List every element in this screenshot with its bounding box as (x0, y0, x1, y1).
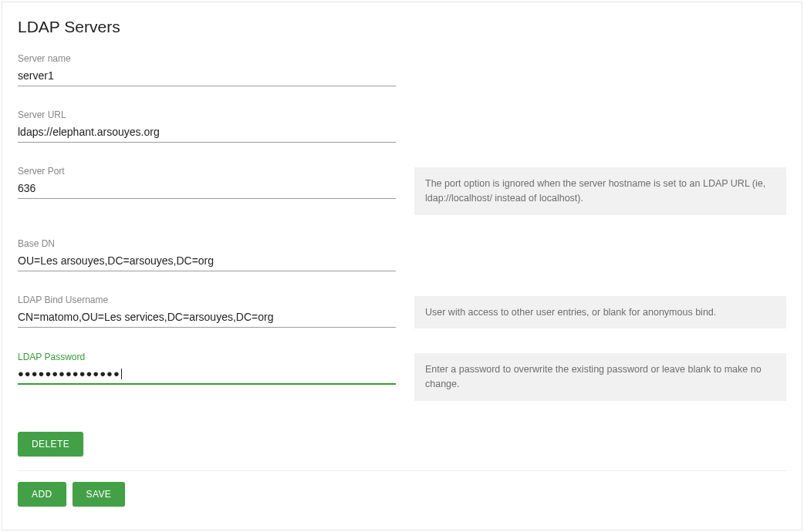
server-name-label: Server name (18, 53, 396, 64)
server-url-label: Server URL (18, 109, 396, 120)
delete-button[interactable]: DELETE (18, 432, 83, 456)
base-dn-label: Base DN (18, 238, 396, 249)
row-base-dn: Base DN (18, 238, 786, 271)
ldap-servers-card: LDAP Servers Server name Server URL Serv… (2, 2, 802, 530)
row-server-name: Server name (18, 53, 786, 86)
text-caret (121, 369, 122, 379)
server-name-input[interactable] (18, 67, 396, 86)
password-value: ●●●●●●●●●●●●●●● (18, 368, 120, 379)
row-password: LDAP Password ●●●●●●●●●●●●●●● Enter a pa… (18, 352, 786, 401)
server-port-input[interactable] (18, 180, 396, 199)
row-bind-username: LDAP Bind Username User with access to o… (18, 295, 786, 329)
bind-username-help: User with access to other user entries, … (414, 296, 786, 329)
row-server-url: Server URL (18, 109, 786, 143)
server-port-label: Server Port (18, 166, 396, 177)
password-input[interactable]: ●●●●●●●●●●●●●●● (18, 365, 396, 385)
row-server-port: Server Port The port option is ignored w… (18, 166, 786, 215)
form-actions: ADD SAVE (18, 482, 786, 507)
divider (18, 470, 786, 471)
add-button[interactable]: ADD (18, 482, 66, 507)
bind-username-input[interactable] (18, 308, 396, 328)
password-label: LDAP Password (18, 352, 396, 362)
bind-username-label: LDAP Bind Username (18, 295, 396, 305)
base-dn-input[interactable] (18, 252, 396, 271)
server-actions: DELETE (18, 432, 786, 456)
server-port-help: The port option is ignored when the serv… (414, 167, 786, 215)
page-title: LDAP Servers (18, 18, 786, 36)
server-url-input[interactable] (18, 123, 396, 143)
save-button[interactable]: SAVE (73, 482, 126, 507)
password-help: Enter a password to overwrite the existi… (414, 353, 786, 401)
